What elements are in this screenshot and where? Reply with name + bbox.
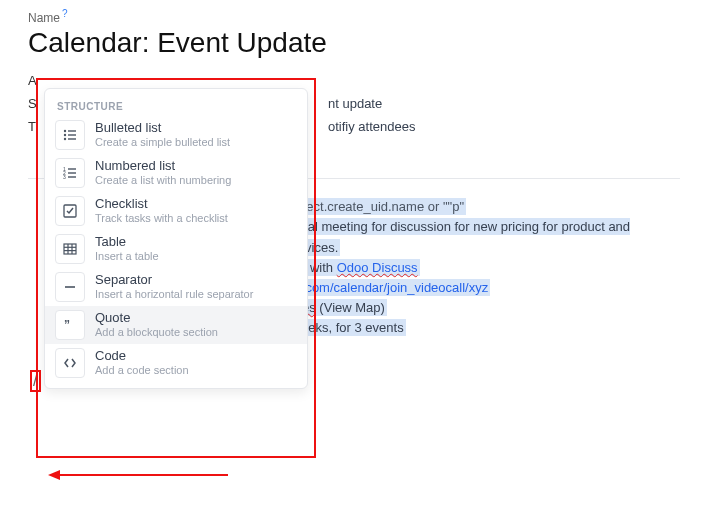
separator-icon xyxy=(55,272,85,302)
popup-item-desc: Insert a table xyxy=(95,250,159,262)
popup-item-desc: Create a simple bulleted list xyxy=(95,136,230,148)
popup-item-checklist[interactable]: Checklist Track tasks with a checklist xyxy=(45,192,307,230)
svg-rect-5 xyxy=(68,138,76,139)
popup-item-table[interactable]: Table Insert a table xyxy=(45,230,307,268)
popup-item-quote[interactable]: ” Quote Add a blockquote section xyxy=(45,306,307,344)
svg-point-4 xyxy=(64,138,66,140)
svg-rect-7 xyxy=(68,168,76,169)
popup-item-title: Bulleted list xyxy=(95,120,230,135)
popup-item-code[interactable]: Code Add a code section xyxy=(45,344,307,382)
svg-point-0 xyxy=(64,130,66,132)
popup-item-title: Checklist xyxy=(95,196,228,211)
popup-item-title: Separator xyxy=(95,272,253,287)
popup-item-title: Code xyxy=(95,348,189,363)
svg-rect-11 xyxy=(68,176,76,177)
table-icon xyxy=(55,234,85,264)
checklist-icon xyxy=(55,196,85,226)
popup-item-title: Numbered list xyxy=(95,158,231,173)
popup-item-separator[interactable]: Separator Insert a horizontal rule separ… xyxy=(45,268,307,306)
numbered-list-icon: 123 xyxy=(55,158,85,188)
popup-item-bulleted-list[interactable]: Bulleted list Create a simple bulleted l… xyxy=(45,116,307,154)
svg-text:3: 3 xyxy=(63,174,66,180)
preview-content[interactable]: object.create_uid.name or ""p" ernal mee… xyxy=(278,197,680,338)
form-row-value: nt update xyxy=(328,96,382,111)
popup-item-numbered-list[interactable]: 123 Numbered list Create a list with num… xyxy=(45,154,307,192)
svg-text:”: ” xyxy=(64,318,70,332)
popup-item-title: Table xyxy=(95,234,159,249)
popup-header: STRUCTURE xyxy=(45,95,307,116)
popup-item-desc: Insert a horizontal rule separator xyxy=(95,288,253,300)
structure-popup: STRUCTURE Bulleted list Create a simple … xyxy=(44,88,308,389)
videocall-link[interactable]: ny.com/calendar/join_videocall/xyz xyxy=(287,279,490,296)
preview-text: ernal meeting for discussion for new pri… xyxy=(287,218,630,255)
svg-rect-1 xyxy=(68,130,76,131)
page-title[interactable]: Calendar: Event Update xyxy=(28,27,680,59)
popup-item-desc: Track tasks with a checklist xyxy=(95,212,228,224)
discuss-link[interactable]: Odoo Discuss xyxy=(337,260,418,275)
popup-item-title: Quote xyxy=(95,310,218,325)
name-field-label: Name? xyxy=(28,8,680,25)
annotation-arrow xyxy=(48,468,228,482)
form-row-label: A xyxy=(28,73,68,88)
svg-point-2 xyxy=(64,134,66,136)
popup-item-desc: Create a list with numbering xyxy=(95,174,231,186)
form-row-value: otifiy attendees xyxy=(328,119,415,134)
svg-marker-21 xyxy=(48,470,60,480)
popup-item-desc: Add a code section xyxy=(95,364,189,376)
template-expression: object.create_uid.name or ""p" xyxy=(287,198,466,215)
popup-item-desc: Add a blockquote section xyxy=(95,326,218,338)
slash-input[interactable]: / xyxy=(30,370,41,392)
bulleted-list-icon xyxy=(55,120,85,150)
help-icon[interactable]: ? xyxy=(62,8,68,19)
code-icon xyxy=(55,348,85,378)
quote-icon: ” xyxy=(55,310,85,340)
svg-rect-18 xyxy=(65,286,75,288)
svg-rect-13 xyxy=(64,244,76,254)
svg-rect-9 xyxy=(68,172,76,173)
svg-rect-3 xyxy=(68,134,76,135)
